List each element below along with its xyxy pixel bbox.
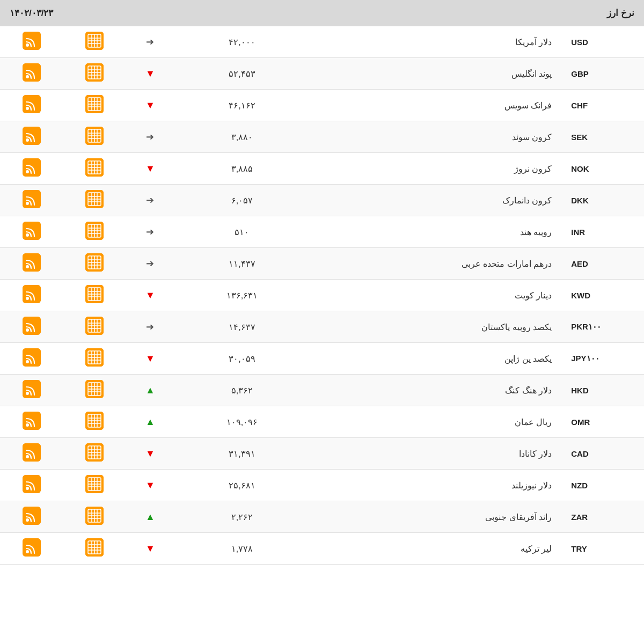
grid-icon-cell[interactable] [63,375,126,406]
grid-icon[interactable] [85,63,104,82]
grid-icon-cell[interactable] [63,311,126,343]
grid-icon-cell[interactable] [63,121,126,153]
up-arrow-icon: ▲ [145,385,155,396]
grid-icon[interactable] [85,412,104,430]
currency-code: USD [561,26,644,58]
currency-code: CHF [561,90,644,121]
currency-code: CAD [561,438,644,470]
grid-icon-cell[interactable] [63,533,126,565]
grid-icon[interactable] [85,348,104,367]
currency-name: روپیه هند [310,216,562,248]
grid-icon-cell[interactable] [63,501,126,533]
svg-point-169 [26,550,29,553]
trend-indicator: ➔ [126,121,174,153]
rss-icon[interactable] [23,285,41,303]
rss-icon[interactable] [23,190,41,208]
grid-icon-cell[interactable] [63,406,126,438]
grid-icon-cell[interactable] [63,343,126,375]
currency-value: ۱۰۹,۰۹۶ [174,406,310,438]
grid-icon[interactable] [85,443,104,462]
currency-name: راند آفریقای جنوبی [310,501,562,533]
neutral-arrow-icon: ➔ [146,36,154,47]
grid-icon-cell[interactable] [63,153,126,185]
grid-icon[interactable] [85,95,104,113]
rss-icon-cell[interactable] [0,438,63,470]
rss-icon-cell[interactable] [0,58,63,90]
grid-icon-cell[interactable] [63,470,126,501]
rss-icon-cell[interactable] [0,185,63,216]
grid-icon[interactable] [85,158,104,177]
currency-code: AED [561,248,644,280]
grid-icon[interactable] [85,507,104,525]
rss-icon[interactable] [23,127,41,145]
rss-icon-cell[interactable] [0,375,63,406]
rss-icon[interactable] [23,380,41,398]
rss-icon[interactable] [23,538,41,557]
currency-name: درهم امارات متحده عربی [310,248,562,280]
currency-value: ۳۰,۰۵۹ [174,343,310,375]
grid-icon-cell[interactable] [63,438,126,470]
rss-icon[interactable] [23,32,41,50]
rss-icon[interactable] [23,412,41,430]
grid-icon[interactable] [85,380,104,398]
rss-icon[interactable] [23,507,41,525]
grid-icon[interactable] [85,253,104,272]
svg-point-129 [26,423,29,427]
rss-icon-cell[interactable] [0,406,63,438]
rss-icon-cell[interactable] [0,533,63,565]
rss-icon-cell[interactable] [0,216,63,248]
up-arrow-icon: ▲ [145,416,155,427]
table-row: NZDدلار نیوزیلند۲۵,۶۸۱▼ [0,470,644,501]
trend-indicator: ▲ [126,406,174,438]
rss-icon[interactable] [23,475,41,493]
rss-icon-cell[interactable] [0,248,63,280]
grid-icon-cell[interactable] [63,185,126,216]
rss-icon-cell[interactable] [0,311,63,343]
grid-icon-cell[interactable] [63,280,126,311]
grid-icon-cell[interactable] [63,90,126,121]
grid-icon[interactable] [85,190,104,208]
grid-icon[interactable] [85,127,104,145]
grid-icon[interactable] [85,32,104,50]
rss-icon[interactable] [23,253,41,272]
grid-icon-cell[interactable] [63,248,126,280]
rss-icon-cell[interactable] [0,153,63,185]
grid-icon[interactable] [85,538,104,557]
grid-icon-cell[interactable] [63,26,126,58]
grid-icon[interactable] [85,475,104,493]
rss-icon[interactable] [23,222,41,240]
grid-icon[interactable] [85,317,104,335]
rss-icon[interactable] [23,348,41,367]
rss-icon-cell[interactable] [0,121,63,153]
grid-icon-cell[interactable] [63,58,126,90]
currency-code: NZD [561,470,644,501]
currency-value: ۳,۸۸۵ [174,153,310,185]
down-arrow-icon: ▼ [145,68,155,79]
grid-icon[interactable] [85,285,104,303]
svg-point-89 [26,297,29,300]
rss-icon-cell[interactable] [0,26,63,58]
svg-point-99 [26,328,29,332]
rss-icon[interactable] [23,63,41,82]
grid-icon-cell[interactable] [63,216,126,248]
trend-indicator: ➔ [126,216,174,248]
rss-icon[interactable] [23,317,41,335]
rss-icon-cell[interactable] [0,470,63,501]
rss-icon-cell[interactable] [0,280,63,311]
rss-icon[interactable] [23,443,41,462]
rss-icon[interactable] [23,158,41,177]
rss-icon-cell[interactable] [0,343,63,375]
rss-icon[interactable] [23,95,41,113]
trend-indicator: ▼ [126,58,174,90]
rss-icon-cell[interactable] [0,501,63,533]
table-row: INRروپیه هند۵۱۰➔ [0,216,644,248]
rss-icon-cell[interactable] [0,90,63,121]
neutral-arrow-icon: ➔ [146,131,154,142]
table-row: JPY۱۰۰یکصد ین ژاپن۳۰,۰۵۹▼ [0,343,644,375]
currency-value: ۵,۳۶۲ [174,375,310,406]
neutral-arrow-icon: ➔ [146,226,154,237]
grid-icon[interactable] [85,222,104,240]
currency-value: ۱,۷۷۸ [174,533,310,565]
header-date: ۱۴۰۲/۰۳/۲۳ [0,0,561,26]
svg-point-19 [26,75,29,78]
